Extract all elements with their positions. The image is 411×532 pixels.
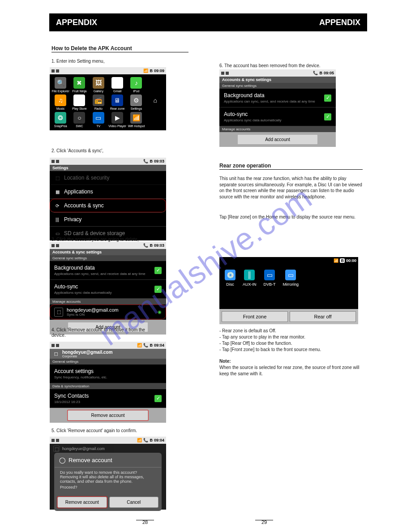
row-background-data[interactable]: Background data Applications can sync, s… xyxy=(219,89,336,107)
row-location[interactable]: ⬚ Location & security xyxy=(50,171,166,185)
rear-note1: - Rear zone is default as Off. xyxy=(219,328,363,334)
data-sync-label: Data & synchronization xyxy=(50,383,166,389)
app-settings[interactable]: ⚙Settings xyxy=(127,94,145,110)
status-bar: 📶 B 09:09 xyxy=(50,67,166,74)
header-left: APPENDIX xyxy=(56,18,97,27)
app-music[interactable]: ♫Music xyxy=(51,94,69,110)
status-bar: 📶 B 00:00 xyxy=(219,257,358,264)
app-label: iPod xyxy=(133,90,139,93)
aux-in-icon: ║ xyxy=(244,270,255,280)
play-store-icon: ▶ xyxy=(73,94,85,106)
app-label: TV xyxy=(96,124,100,128)
rear-off-button[interactable]: Rear off xyxy=(290,311,356,322)
app-snappea[interactable]: ❂SnapPea xyxy=(51,112,69,128)
checkbox-checked-icon[interactable]: ✓ xyxy=(154,267,162,274)
app-label: Rear zone xyxy=(110,107,124,110)
app-play-store[interactable]: ▶Play Store xyxy=(70,94,88,110)
rear-note-text: When the source is selected for rear zon… xyxy=(219,365,363,377)
add-account-button[interactable]: Add account xyxy=(237,134,318,145)
row-privacy[interactable]: ||| Privacy xyxy=(50,213,166,227)
video-player-icon: ▶ xyxy=(111,112,123,124)
rear-item-label: AUX-IN xyxy=(243,282,257,287)
app-gmail[interactable]: MGmail xyxy=(108,77,126,93)
radio-icon: 📻 xyxy=(93,94,104,106)
checkbox-checked-icon[interactable]: ✓ xyxy=(154,395,162,402)
app-rear-zone[interactable]: 🖥Rear zone xyxy=(108,94,126,110)
front-zone-button[interactable]: Front zone xyxy=(222,311,288,322)
accounts-title: Accounts & sync settings xyxy=(50,249,166,255)
time: 09:05 xyxy=(324,71,334,75)
dialog-title: Remove account xyxy=(68,457,112,463)
general-settings-label: General settings xyxy=(50,359,166,365)
row-background-data[interactable]: Background data Applications can sync, s… xyxy=(50,261,166,280)
page-header: APPENDIX APPENDIX xyxy=(49,13,367,31)
confirm-remove-button[interactable]: Remove account xyxy=(57,497,107,508)
status-icon xyxy=(56,69,59,73)
app-label: Gallery xyxy=(94,90,103,93)
wifi-icon: 📶 xyxy=(143,69,148,73)
row-auto-sync[interactable]: Auto-sync Applications sync data automat… xyxy=(219,107,336,126)
app-label: SnapPea xyxy=(54,124,67,128)
app-label: Music xyxy=(56,107,64,110)
manage-accounts-subtitle: Manage accounts xyxy=(50,299,166,305)
page-right: 29 xyxy=(261,519,267,525)
screenshot-remove-dialog: 📶📞B09:04 ⬚ hongdeyue@gmail.com Remove ac… xyxy=(50,437,166,509)
dialog-body: Do you really want to remove this accoun… xyxy=(60,470,156,484)
app-video-player[interactable]: ▶Video Player xyxy=(108,112,126,128)
app-ipod[interactable]: ♪iPod xyxy=(127,77,145,93)
row-auto-sync[interactable]: Auto-sync Applications sync data automat… xyxy=(50,280,166,299)
home-icon: ⌂ xyxy=(150,94,161,106)
screenshot-accounts-sync: 📞B09:03 Accounts & sync settings General… xyxy=(50,242,166,335)
app-label: Gmail xyxy=(113,90,121,93)
location-icon: ⬚ xyxy=(54,175,60,181)
app-label: Settings xyxy=(131,107,142,110)
app-home[interactable]: ⌂ xyxy=(146,94,164,110)
app-blank1[interactable] xyxy=(146,77,164,93)
screenshot-settings: 📞B09:03 Settings ⬚ Location & security ▦… xyxy=(50,158,166,240)
cancel-button[interactable]: Cancel xyxy=(109,497,159,508)
checkbox-checked-icon[interactable]: ✓ xyxy=(154,286,162,293)
account-email: hongdeyue@gmail.com xyxy=(67,307,119,313)
ipod-icon: ♪ xyxy=(130,77,142,89)
remove-account-button[interactable]: Remove account xyxy=(68,410,148,420)
bluetooth-icon: B xyxy=(150,159,153,163)
app-label: Wifi Hotspot xyxy=(128,124,145,128)
rear-item-aux-in[interactable]: ║AUX-IN xyxy=(243,270,257,287)
sync-on-icon: ◉ xyxy=(158,309,162,314)
app-fruit-ninja[interactable]: ✖Fruit Ninja xyxy=(70,77,88,93)
app-swc[interactable]: ○SWC xyxy=(70,112,88,128)
rear-item-disc[interactable]: 💿Disc xyxy=(225,270,235,287)
row-applications[interactable]: ▦ Applications xyxy=(50,185,166,199)
row-accounts-sync[interactable]: ⟳ Accounts & sync xyxy=(50,199,166,213)
row-account-settings[interactable]: Account settings Sync frequency, notific… xyxy=(50,365,166,383)
settings-icon: ⚙ xyxy=(130,94,142,106)
app-gallery[interactable]: 🖼Gallery xyxy=(90,77,107,93)
rear-item-mirroring[interactable]: ▭Mirroring xyxy=(283,270,299,287)
app-label: Fruit Ninja xyxy=(73,90,87,93)
row-sync-contacts[interactable]: Sync Contacts 18/1/2012 16:23 ✓ xyxy=(50,389,166,408)
rear-note-label: Note: xyxy=(219,358,363,365)
screenshot-app-grid: 📶 B 09:09 🔍File Explorer✖Fruit Ninja🖼Gal… xyxy=(50,67,166,130)
screenshot-accounts-empty: 📞B09:05 Accounts & sync settings General… xyxy=(219,69,336,147)
sync-icon: ⟳ xyxy=(54,202,60,209)
detail-email: hongdeyue@gmail.com xyxy=(62,350,113,355)
signal-icon: 📞 xyxy=(143,159,148,163)
status-bar: 📞B09:03 xyxy=(50,242,166,249)
step2-text: 2. Click 'Accounts & sync', xyxy=(51,148,195,154)
app-tv[interactable]: ▭TV xyxy=(90,112,107,128)
account-row[interactable]: ⬚ hongdeyue@gmail.com Sync is ON ◉ xyxy=(50,305,166,320)
rear-zone-icon: 🖥 xyxy=(111,94,123,106)
rear-note4: - Tap [Front zone] to back to the front … xyxy=(219,347,363,353)
app-file-explorer[interactable]: 🔍File Explorer xyxy=(51,77,69,93)
section1-title: How to Delete the APK Account xyxy=(51,45,195,52)
checkbox-checked-icon[interactable]: ✓ xyxy=(324,94,331,102)
status-bar: 📞B09:03 xyxy=(50,158,166,165)
checkbox-checked-icon[interactable]: ✓ xyxy=(324,113,331,120)
status-icon xyxy=(51,69,55,73)
app-wifi-hotspot[interactable]: 📶Wifi Hotspot xyxy=(127,112,145,128)
wifi-icon: 📶 xyxy=(334,258,338,263)
rear-item-dvb-t[interactable]: ▭DVB-T xyxy=(264,270,276,287)
file-explorer-icon: 🔍 xyxy=(55,77,66,89)
blank1-icon xyxy=(150,77,161,89)
app-radio[interactable]: 📻Radio xyxy=(90,94,107,110)
